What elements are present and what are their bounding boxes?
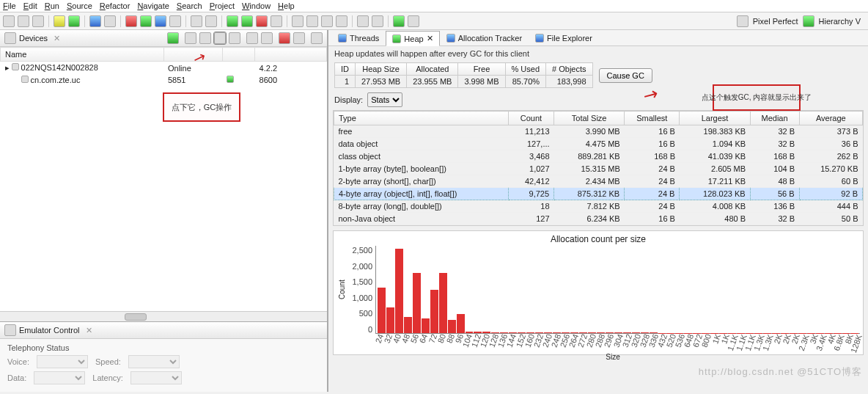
avd-icon[interactable] <box>68 15 80 27</box>
chart-bar <box>378 288 386 333</box>
chart-bar <box>395 249 403 333</box>
menu-refactor[interactable]: Refactor <box>100 1 130 10</box>
icon-j[interactable] <box>336 15 347 27</box>
menu-search[interactable]: Search <box>177 1 202 10</box>
device-icon <box>4 32 16 44</box>
h-scrollbar[interactable] <box>0 311 327 321</box>
table-row[interactable]: ▸ 022NQS142N002828Online4.2.2 <box>1 62 327 75</box>
emulator-icon <box>4 324 16 336</box>
icon-c[interactable] <box>155 15 166 27</box>
tab-threads[interactable]: Threads <box>331 30 386 45</box>
stop-proc-icon[interactable] <box>279 32 290 44</box>
menu-navigate[interactable]: Navigate <box>137 1 169 10</box>
voice-label: Voice: <box>7 357 29 366</box>
icon-f[interactable] <box>205 15 217 27</box>
chart-bar <box>404 317 412 333</box>
table-row[interactable]: free11,2133.990 MB16 B198.383 KB32 B373 … <box>334 125 863 138</box>
sdk-icon[interactable] <box>54 15 65 27</box>
close-icon[interactable]: ✕ <box>54 34 60 43</box>
tab-file-explorer[interactable]: File Explorer <box>529 30 599 45</box>
file-icon <box>535 34 544 43</box>
cause-gc-button[interactable]: Cause GC <box>599 68 652 83</box>
alloc-icon <box>446 34 455 43</box>
icon-a[interactable] <box>125 15 137 27</box>
save-icon[interactable] <box>18 15 29 27</box>
run-icon[interactable] <box>241 15 253 27</box>
menu-window[interactable]: Window <box>242 1 271 10</box>
table-row[interactable]: 1-byte array (byte[], boolean[])1,02715.… <box>334 163 863 175</box>
table-row[interactable]: 8-byte array (long[], double[])187.812 K… <box>334 200 863 213</box>
screenshot-icon[interactable] <box>293 32 305 44</box>
table-row[interactable]: 4-byte array (object[], int[], float[])9… <box>334 188 863 200</box>
save-all-icon[interactable] <box>32 15 44 27</box>
cause-gc-icon[interactable] <box>214 32 226 44</box>
chart-bar <box>422 318 430 333</box>
icon-m[interactable] <box>408 15 419 27</box>
devices-table[interactable]: Name ▸ 022NQS142N002828Online4.2.2 cn.co… <box>0 47 327 311</box>
chart-bar <box>448 320 456 333</box>
chart-bar <box>457 314 465 333</box>
dump-hprof-icon[interactable] <box>199 32 211 44</box>
pixel-perfect-icon[interactable] <box>737 15 749 27</box>
hierarchy-label[interactable]: Hierarchy V <box>819 17 861 26</box>
heap-type-table[interactable]: TypeCountTotal SizeSmallestLargestMedian… <box>333 110 864 226</box>
table-row[interactable]: cn.com.zte.uc58518600 <box>1 74 327 86</box>
start-method-icon[interactable] <box>246 32 258 44</box>
menu-edit[interactable]: Edit <box>23 1 37 10</box>
y-axis-label: Count <box>336 246 346 334</box>
icon-e[interactable] <box>191 15 202 27</box>
telephony-status-label: Telephony Status <box>7 343 320 352</box>
right-tabs: ThreadsHeap✕Allocation TrackerFile Explo… <box>328 30 868 46</box>
update-heap-icon[interactable] <box>185 32 196 44</box>
icon-g[interactable] <box>292 15 304 27</box>
chart-bar <box>430 290 438 334</box>
tool-icon[interactable] <box>104 15 116 27</box>
chart-bar <box>413 273 421 333</box>
close-icon[interactable]: ✕ <box>86 326 92 335</box>
voice-select[interactable] <box>37 355 88 368</box>
icon-k[interactable] <box>357 15 369 27</box>
menu-help[interactable]: Help <box>278 1 295 10</box>
lint-icon[interactable] <box>89 15 101 27</box>
heap-info-text: Heap updates will happen after every GC … <box>328 46 868 61</box>
menu-source[interactable]: Source <box>67 1 92 10</box>
allocation-chart: Allocation count per size Count 2,5002,0… <box>333 230 864 355</box>
hierarchy-icon[interactable] <box>803 15 814 27</box>
menu-file[interactable]: File <box>3 1 16 10</box>
stop-icon[interactable] <box>256 15 268 27</box>
tab-allocation-tracker[interactable]: Allocation Tracker <box>440 30 529 45</box>
icon-b[interactable] <box>140 15 152 27</box>
new-icon[interactable] <box>3 15 15 27</box>
x-axis-label: Size <box>366 353 860 361</box>
android-icon[interactable] <box>393 15 405 27</box>
icon-h[interactable] <box>306 15 318 27</box>
heap-icon <box>392 34 401 43</box>
table-row: 1 27.953 MB 23.955 MB 3.998 MB 85.70% 18… <box>335 76 593 88</box>
table-row[interactable]: data object127,...4.475 MB16 B1.094 KB32… <box>334 138 863 150</box>
watermark: http://blog.csdn.net @51CTO博客 <box>699 365 862 379</box>
table-row[interactable]: class object3,468889.281 KB168 B41.039 K… <box>334 150 863 163</box>
icon-d[interactable] <box>169 15 181 27</box>
table-row[interactable]: 2-byte array (short[], char[])42,4122.43… <box>334 175 863 188</box>
debug-sel-icon[interactable] <box>167 32 179 44</box>
tool-icon2[interactable] <box>271 15 282 27</box>
debug-icon[interactable] <box>227 15 238 27</box>
latency-select[interactable] <box>130 371 182 384</box>
col-name[interactable]: Name <box>1 48 164 62</box>
menu-icon[interactable] <box>311 32 323 44</box>
data-select[interactable] <box>34 371 85 384</box>
table-row[interactable]: non-Java object1276.234 KB16 B480 B32 B5… <box>334 213 863 225</box>
speed-select[interactable] <box>128 355 180 368</box>
display-label: Display: <box>334 95 363 104</box>
menu-project[interactable]: Project <box>210 1 235 10</box>
icon-l[interactable] <box>372 15 383 27</box>
icon-i[interactable] <box>321 15 333 27</box>
pixel-perfect-label[interactable]: Pixel Perfect <box>753 17 798 26</box>
update-threads-icon[interactable] <box>229 32 240 44</box>
latency-label: Latency: <box>92 373 123 382</box>
menu-run[interactable]: Run <box>45 1 59 10</box>
stop-method-icon[interactable] <box>261 32 273 44</box>
tab-heap[interactable]: Heap✕ <box>386 31 439 46</box>
chart-bar <box>439 273 447 333</box>
display-select[interactable]: Stats <box>367 92 402 107</box>
